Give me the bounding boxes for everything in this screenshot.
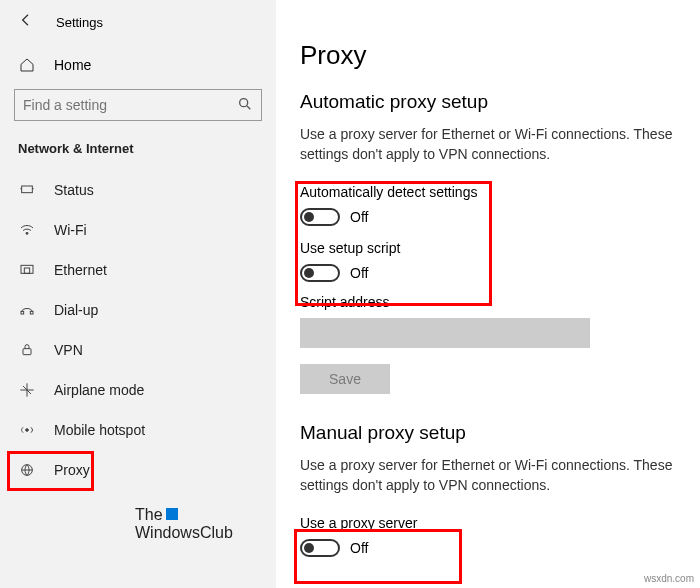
svg-point-2 (26, 232, 28, 234)
sidebar-item-dialup[interactable]: Dial-up (0, 290, 276, 330)
app-title: Settings (56, 15, 103, 30)
sidebar-item-label: Dial-up (54, 302, 98, 318)
sidebar-item-hotspot[interactable]: Mobile hotspot (0, 410, 276, 450)
manual-section-title: Manual proxy setup (300, 422, 700, 444)
search-container (0, 83, 276, 135)
vpn-icon (18, 342, 36, 358)
use-proxy-group: Use a proxy server Off (300, 509, 458, 563)
auto-section-title: Automatic proxy setup (300, 91, 700, 113)
auto-detect-group: Automatically detect settings Off Use se… (300, 178, 486, 288)
sidebar-item-label: Mobile hotspot (54, 422, 145, 438)
manual-section-desc: Use a proxy server for Ethernet or Wi-Fi… (300, 456, 700, 495)
page-title: Proxy (300, 40, 700, 71)
auto-detect-state: Off (350, 209, 368, 225)
sidebar-item-vpn[interactable]: VPN (0, 330, 276, 370)
search-icon (237, 96, 253, 115)
save-button[interactable]: Save (300, 364, 390, 394)
sidebar-item-label: Ethernet (54, 262, 107, 278)
hotspot-icon (18, 422, 36, 438)
sidebar-item-label: VPN (54, 342, 83, 358)
use-script-label: Use setup script (300, 240, 478, 256)
watermark: The WindowsClub (135, 506, 233, 543)
sidebar-section-title: Network & Internet (0, 135, 276, 170)
sidebar: Settings Home Network & Internet Status … (0, 0, 276, 588)
sidebar-item-label: Airplane mode (54, 382, 144, 398)
svg-point-8 (26, 429, 29, 432)
sidebar-item-status[interactable]: Status (0, 170, 276, 210)
footer-note: wsxdn.com (644, 573, 694, 584)
status-icon (18, 182, 36, 198)
home-icon (18, 57, 36, 73)
main-content: Proxy Automatic proxy setup Use a proxy … (276, 0, 700, 588)
globe-icon (18, 462, 36, 478)
script-address-label: Script address (300, 294, 700, 310)
search-box[interactable] (14, 89, 262, 121)
watermark-line2: WindowsClub (135, 524, 233, 541)
wifi-icon (18, 222, 36, 238)
topbar: Settings (0, 12, 276, 47)
use-script-state: Off (350, 265, 368, 281)
use-proxy-state: Off (350, 540, 368, 556)
svg-rect-5 (21, 311, 24, 314)
script-address-input[interactable] (300, 318, 590, 348)
watermark-line1: The (135, 506, 163, 523)
svg-rect-3 (21, 265, 33, 273)
auto-detect-label: Automatically detect settings (300, 184, 478, 200)
svg-rect-6 (30, 311, 33, 314)
auto-detect-toggle[interactable] (300, 208, 340, 226)
search-input[interactable] (23, 97, 237, 113)
svg-rect-7 (23, 349, 31, 355)
back-button[interactable] (18, 12, 34, 33)
sidebar-item-proxy[interactable]: Proxy (0, 450, 276, 490)
dialup-icon (18, 302, 36, 318)
watermark-square-icon (166, 508, 178, 520)
sidebar-item-ethernet[interactable]: Ethernet (0, 250, 276, 290)
use-proxy-label: Use a proxy server (300, 515, 450, 531)
use-proxy-toggle[interactable] (300, 539, 340, 557)
svg-rect-4 (24, 268, 29, 273)
sidebar-item-label: Wi-Fi (54, 222, 87, 238)
airplane-icon (18, 382, 36, 398)
sidebar-item-label: Home (54, 57, 91, 73)
sidebar-item-airplane[interactable]: Airplane mode (0, 370, 276, 410)
ethernet-icon (18, 262, 36, 278)
svg-point-0 (240, 98, 248, 106)
use-script-toggle[interactable] (300, 264, 340, 282)
sidebar-item-label: Proxy (54, 462, 90, 478)
auto-section-desc: Use a proxy server for Ethernet or Wi-Fi… (300, 125, 700, 164)
sidebar-item-label: Status (54, 182, 94, 198)
svg-rect-1 (22, 186, 33, 193)
sidebar-item-home[interactable]: Home (0, 47, 276, 83)
sidebar-item-wifi[interactable]: Wi-Fi (0, 210, 276, 250)
